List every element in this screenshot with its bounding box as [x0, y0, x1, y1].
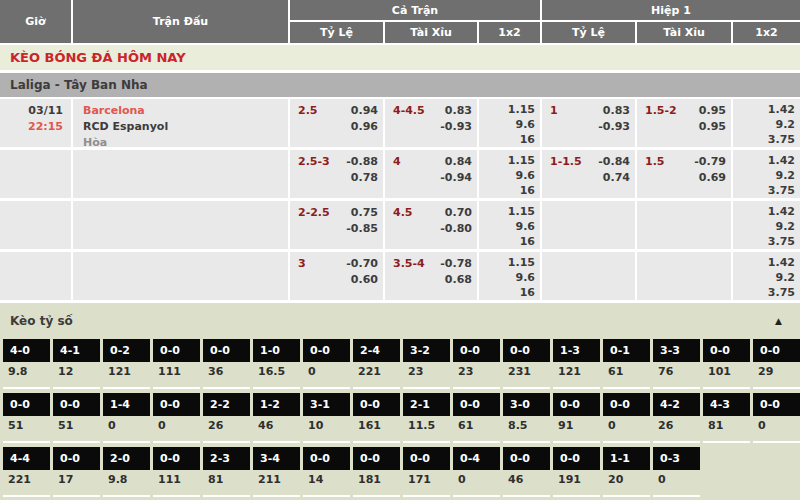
odds-value[interactable]: -0.80 [440, 221, 472, 237]
ft-overunder-cell[interactable]: 4 0.84 -0.94 [385, 150, 479, 201]
odds-value[interactable]: 0.74 [598, 170, 630, 186]
odds-value[interactable]: -0.70 [346, 256, 378, 272]
odds-value[interactable]: 0.96 [351, 119, 378, 135]
score-odds-cell[interactable]: 0-046 [503, 447, 550, 497]
ft-handicap-cell[interactable]: 2-2.5 0.75 -0.85 [290, 201, 385, 252]
score-odds-cell[interactable]: 0-014 [303, 447, 350, 497]
odds-value[interactable]: 16 [479, 285, 535, 300]
score-odds-cell[interactable]: 1-40 [103, 393, 150, 443]
score-odds-cell[interactable]: 0-0191 [553, 447, 600, 497]
odds-value[interactable]: 9.2 [733, 219, 795, 234]
score-odds-cell[interactable]: 0-00 [303, 339, 350, 389]
score-odds-cell[interactable]: 1-3121 [553, 339, 600, 389]
ft-1x2-cell[interactable]: 1.15 9.6 16 [479, 99, 542, 150]
score-odds-cell[interactable]: 0-029 [753, 339, 800, 389]
score-odds-cell[interactable]: 0-0181 [353, 447, 400, 497]
odds-value[interactable]: 0.68 [440, 272, 472, 288]
odds-value[interactable]: 0.70 [440, 205, 472, 221]
score-odds-cell[interactable]: 1-016.5 [253, 339, 300, 389]
score-odds-cell[interactable]: 2-09.8 [103, 447, 150, 497]
score-odds-cell[interactable]: 0-036 [203, 339, 250, 389]
score-odds-cell[interactable]: 4-4221 [3, 447, 50, 497]
odds-value[interactable]: 1.42 [733, 255, 795, 270]
odds-value[interactable]: -0.79 [694, 154, 726, 170]
score-odds-cell[interactable]: 3-110 [303, 393, 350, 443]
score-odds-cell[interactable]: 0-017 [53, 447, 100, 497]
score-odds-cell[interactable]: 2-381 [203, 447, 250, 497]
score-odds-cell[interactable]: 2-4221 [353, 339, 400, 389]
odds-value[interactable]: 3.75 [733, 183, 795, 198]
score-odds-cell[interactable]: 1-120 [603, 447, 650, 497]
score-odds-cell[interactable]: 0-0111 [153, 339, 200, 389]
h1-overunder-cell[interactable]: 1.5-2 0.95 0.95 [637, 99, 733, 150]
score-odds-cell[interactable]: 3-08.5 [503, 393, 550, 443]
ft-overunder-cell[interactable]: 3.5-4 -0.78 0.68 [385, 252, 479, 303]
ft-1x2-cell[interactable]: 1.15 9.6 16 [479, 252, 542, 303]
odds-value[interactable]: 1.15 [479, 204, 535, 219]
odds-value[interactable]: 3.75 [733, 132, 795, 147]
score-odds-cell[interactable]: 0-00 [603, 393, 650, 443]
odds-value[interactable]: -0.85 [346, 221, 378, 237]
odds-value[interactable]: -0.94 [440, 170, 472, 186]
odds-value[interactable]: 0.95 [699, 103, 726, 119]
h1-1x2-cell[interactable]: 1.42 9.2 3.75 [733, 201, 800, 252]
score-odds-cell[interactable]: 0-40 [453, 447, 500, 497]
odds-value[interactable]: 0.60 [346, 272, 378, 288]
score-odds-cell[interactable]: 3-223 [403, 339, 450, 389]
odds-value[interactable]: 0.83 [598, 103, 630, 119]
h1-1x2-cell[interactable]: 1.42 9.2 3.75 [733, 150, 800, 201]
score-odds-cell[interactable]: 0-051 [3, 393, 50, 443]
odds-value[interactable]: 16 [479, 183, 535, 198]
ft-1x2-cell[interactable]: 1.15 9.6 16 [479, 150, 542, 201]
odds-value[interactable]: 1.42 [733, 204, 795, 219]
odds-value[interactable]: 9.6 [479, 270, 535, 285]
odds-value[interactable]: 3.75 [733, 234, 795, 249]
odds-value[interactable]: 0.94 [351, 103, 378, 119]
odds-value[interactable]: 16 [479, 234, 535, 249]
ft-overunder-cell[interactable]: 4.5 0.70 -0.80 [385, 201, 479, 252]
odds-value[interactable]: -0.78 [440, 256, 472, 272]
odds-value[interactable]: -0.93 [598, 119, 630, 135]
score-odds-cell[interactable]: 0-0111 [153, 447, 200, 497]
odds-value[interactable]: 16 [479, 132, 535, 147]
score-odds-cell[interactable]: 0-0161 [353, 393, 400, 443]
odds-value[interactable]: 3.75 [733, 285, 795, 300]
ft-overunder-cell[interactable]: 4-4.5 0.83 -0.93 [385, 99, 479, 150]
score-odds-cell[interactable]: 0-061 [453, 393, 500, 443]
ft-handicap-cell[interactable]: 2.5-3 -0.88 0.78 [290, 150, 385, 201]
odds-value[interactable]: 9.2 [733, 117, 795, 132]
score-odds-cell[interactable]: 2-111.5 [403, 393, 450, 443]
odds-value[interactable]: 1.15 [479, 102, 535, 117]
score-odds-cell[interactable]: 0-161 [603, 339, 650, 389]
score-odds-cell[interactable]: 0-023 [453, 339, 500, 389]
odds-value[interactable]: 0.69 [694, 170, 726, 186]
ft-handicap-cell[interactable]: 3 -0.70 0.60 [290, 252, 385, 303]
h1-handicap-cell[interactable]: 1 0.83 -0.93 [542, 99, 637, 150]
odds-value[interactable]: 1.42 [733, 102, 795, 117]
score-odds-cell[interactable]: 0-0231 [503, 339, 550, 389]
home-team[interactable]: Barcelona [83, 103, 288, 119]
score-odds-cell[interactable]: 0-091 [553, 393, 600, 443]
odds-value[interactable]: 0.84 [440, 154, 472, 170]
h1-1x2-cell[interactable]: 1.42 9.2 3.75 [733, 99, 800, 150]
odds-value[interactable]: 0.83 [440, 103, 472, 119]
score-odds-cell[interactable]: 0-0171 [403, 447, 450, 497]
score-odds-cell[interactable]: 4-226 [653, 393, 700, 443]
score-odds-cell[interactable]: 0-2121 [103, 339, 150, 389]
score-odds-cell[interactable]: 0-00 [753, 393, 800, 443]
h1-overunder-cell[interactable]: 1.5 -0.79 0.69 [637, 150, 733, 201]
ft-1x2-cell[interactable]: 1.15 9.6 16 [479, 201, 542, 252]
score-odds-cell[interactable]: 4-112 [53, 339, 100, 389]
score-odds-cell[interactable]: 0-0101 [703, 339, 750, 389]
odds-value[interactable]: -0.84 [598, 154, 630, 170]
h1-1x2-cell[interactable]: 1.42 9.2 3.75 [733, 252, 800, 303]
h1-handicap-cell[interactable]: 1-1.5 -0.84 0.74 [542, 150, 637, 201]
score-odds-cell[interactable]: 4-09.8 [3, 339, 50, 389]
collapse-arrow-icon[interactable]: ▲ [775, 316, 782, 326]
score-odds-cell[interactable]: 2-226 [203, 393, 250, 443]
odds-value[interactable]: 0.75 [346, 205, 378, 221]
score-odds-cell[interactable]: 0-051 [53, 393, 100, 443]
odds-value[interactable]: 9.6 [479, 168, 535, 183]
odds-value[interactable]: 0.95 [699, 119, 726, 135]
odds-value[interactable]: 9.2 [733, 270, 795, 285]
